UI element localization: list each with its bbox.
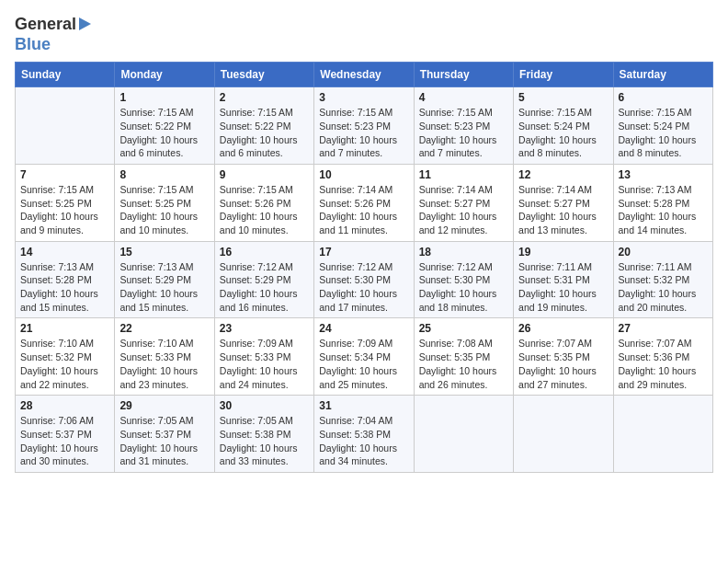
date-number: 26 [518, 322, 608, 335]
header-row: SundayMondayTuesdayWednesdayThursdayFrid… [16, 63, 713, 87]
cell-text: Sunrise: 7:12 AMSunset: 5:30 PMDaylight:… [419, 260, 508, 315]
date-number: 12 [518, 168, 608, 181]
date-number: 27 [619, 322, 708, 335]
calendar-body: 1Sunrise: 7:15 AMSunset: 5:22 PMDaylight… [16, 87, 713, 473]
cell-text: Sunrise: 7:15 AMSunset: 5:22 PMDaylight:… [220, 106, 309, 160]
calendar-cell: 28Sunrise: 7:06 AMSunset: 5:37 PMDayligh… [16, 396, 115, 473]
date-number: 16 [220, 246, 309, 259]
week-row-1: 1Sunrise: 7:15 AMSunset: 5:22 PMDaylight… [16, 87, 713, 165]
date-number: 17 [319, 246, 408, 259]
date-number: 14 [20, 246, 109, 259]
cell-text: Sunrise: 7:15 AMSunset: 5:23 PMDaylight:… [319, 106, 408, 160]
cell-text: Sunrise: 7:10 AMSunset: 5:33 PMDaylight:… [119, 337, 209, 391]
calendar-cell: 16Sunrise: 7:12 AMSunset: 5:29 PMDayligh… [214, 241, 313, 318]
header-cell-monday: Monday [115, 63, 214, 87]
calendar-header: SundayMondayTuesdayWednesdayThursdayFrid… [16, 63, 713, 87]
logo-blue-text: Blue [15, 35, 91, 55]
calendar-cell: 5Sunrise: 7:15 AMSunset: 5:24 PMDaylight… [514, 87, 613, 165]
calendar-table: SundayMondayTuesdayWednesdayThursdayFrid… [15, 62, 713, 473]
cell-text: Sunrise: 7:15 AMSunset: 5:24 PMDaylight:… [518, 106, 608, 160]
calendar-cell: 8Sunrise: 7:15 AMSunset: 5:25 PMDaylight… [115, 164, 214, 241]
cell-text: Sunrise: 7:14 AMSunset: 5:26 PMDaylight:… [319, 183, 408, 237]
cell-text: Sunrise: 7:09 AMSunset: 5:34 PMDaylight:… [319, 337, 408, 391]
cell-text: Sunrise: 7:13 AMSunset: 5:29 PMDaylight:… [119, 260, 209, 315]
cell-text: Sunrise: 7:15 AMSunset: 5:23 PMDaylight:… [419, 106, 508, 160]
date-number: 2 [220, 91, 309, 104]
logo-text: General [15, 15, 91, 35]
calendar-cell: 26Sunrise: 7:07 AMSunset: 5:35 PMDayligh… [514, 318, 613, 396]
cell-text: Sunrise: 7:11 AMSunset: 5:32 PMDaylight:… [619, 260, 708, 315]
date-number: 1 [119, 91, 209, 104]
date-number: 9 [220, 168, 309, 181]
calendar-cell [414, 396, 513, 473]
calendar-cell: 3Sunrise: 7:15 AMSunset: 5:23 PMDaylight… [314, 87, 414, 165]
cell-text: Sunrise: 7:15 AMSunset: 5:25 PMDaylight:… [119, 183, 209, 237]
date-number: 28 [20, 399, 109, 412]
cell-text: Sunrise: 7:15 AMSunset: 5:22 PMDaylight:… [119, 106, 209, 160]
calendar-cell: 25Sunrise: 7:08 AMSunset: 5:35 PMDayligh… [414, 318, 513, 396]
cell-text: Sunrise: 7:15 AMSunset: 5:24 PMDaylight:… [619, 106, 708, 160]
calendar-cell: 31Sunrise: 7:04 AMSunset: 5:38 PMDayligh… [314, 396, 414, 473]
date-number: 7 [20, 168, 109, 181]
week-row-2: 7Sunrise: 7:15 AMSunset: 5:25 PMDaylight… [16, 164, 713, 241]
calendar-cell: 10Sunrise: 7:14 AMSunset: 5:26 PMDayligh… [314, 164, 414, 241]
calendar-cell: 30Sunrise: 7:05 AMSunset: 5:38 PMDayligh… [214, 396, 313, 473]
calendar-cell: 20Sunrise: 7:11 AMSunset: 5:32 PMDayligh… [613, 241, 712, 318]
calendar-cell: 15Sunrise: 7:13 AMSunset: 5:29 PMDayligh… [115, 241, 214, 318]
cell-text: Sunrise: 7:07 AMSunset: 5:36 PMDaylight:… [619, 337, 708, 391]
date-number: 20 [619, 246, 708, 259]
cell-text: Sunrise: 7:15 AMSunset: 5:26 PMDaylight:… [220, 183, 309, 237]
date-number: 10 [319, 168, 408, 181]
calendar-cell: 24Sunrise: 7:09 AMSunset: 5:34 PMDayligh… [314, 318, 414, 396]
calendar-cell: 19Sunrise: 7:11 AMSunset: 5:31 PMDayligh… [514, 241, 613, 318]
calendar-cell: 9Sunrise: 7:15 AMSunset: 5:26 PMDaylight… [214, 164, 313, 241]
cell-text: Sunrise: 7:15 AMSunset: 5:25 PMDaylight:… [20, 183, 109, 237]
week-row-3: 14Sunrise: 7:13 AMSunset: 5:28 PMDayligh… [16, 241, 713, 318]
date-number: 6 [619, 91, 708, 104]
calendar-cell: 22Sunrise: 7:10 AMSunset: 5:33 PMDayligh… [115, 318, 214, 396]
calendar-cell: 27Sunrise: 7:07 AMSunset: 5:36 PMDayligh… [613, 318, 712, 396]
calendar-cell [16, 87, 115, 165]
date-number: 25 [419, 322, 508, 335]
date-number: 29 [119, 399, 209, 412]
cell-text: Sunrise: 7:10 AMSunset: 5:32 PMDaylight:… [20, 337, 109, 391]
calendar-cell: 21Sunrise: 7:10 AMSunset: 5:32 PMDayligh… [16, 318, 115, 396]
week-row-5: 28Sunrise: 7:06 AMSunset: 5:37 PMDayligh… [16, 396, 713, 473]
cell-text: Sunrise: 7:12 AMSunset: 5:29 PMDaylight:… [220, 260, 309, 315]
calendar-cell: 29Sunrise: 7:05 AMSunset: 5:37 PMDayligh… [115, 396, 214, 473]
date-number: 13 [619, 168, 708, 181]
calendar-cell [613, 396, 712, 473]
calendar-cell: 1Sunrise: 7:15 AMSunset: 5:22 PMDaylight… [115, 87, 214, 165]
cell-text: Sunrise: 7:14 AMSunset: 5:27 PMDaylight:… [419, 183, 508, 237]
header-cell-tuesday: Tuesday [214, 63, 313, 87]
week-row-4: 21Sunrise: 7:10 AMSunset: 5:32 PMDayligh… [16, 318, 713, 396]
cell-text: Sunrise: 7:04 AMSunset: 5:38 PMDaylight:… [319, 414, 408, 468]
date-number: 19 [518, 246, 608, 259]
date-number: 23 [220, 322, 309, 335]
cell-text: Sunrise: 7:08 AMSunset: 5:35 PMDaylight:… [419, 337, 508, 391]
date-number: 5 [518, 91, 608, 104]
calendar-cell: 11Sunrise: 7:14 AMSunset: 5:27 PMDayligh… [414, 164, 513, 241]
calendar-cell: 13Sunrise: 7:13 AMSunset: 5:28 PMDayligh… [613, 164, 712, 241]
date-number: 4 [419, 91, 508, 104]
cell-text: Sunrise: 7:14 AMSunset: 5:27 PMDaylight:… [518, 183, 608, 237]
date-number: 22 [119, 322, 209, 335]
calendar-cell [514, 396, 613, 473]
cell-text: Sunrise: 7:13 AMSunset: 5:28 PMDaylight:… [20, 260, 109, 315]
logo: General Blue [15, 15, 91, 54]
header-cell-saturday: Saturday [613, 63, 712, 87]
header-cell-wednesday: Wednesday [314, 63, 414, 87]
date-number: 11 [419, 168, 508, 181]
calendar-cell: 2Sunrise: 7:15 AMSunset: 5:22 PMDaylight… [214, 87, 313, 165]
calendar-cell: 17Sunrise: 7:12 AMSunset: 5:30 PMDayligh… [314, 241, 414, 318]
calendar-cell: 12Sunrise: 7:14 AMSunset: 5:27 PMDayligh… [514, 164, 613, 241]
date-number: 18 [419, 246, 508, 259]
date-number: 8 [119, 168, 209, 181]
date-number: 3 [319, 91, 408, 104]
cell-text: Sunrise: 7:07 AMSunset: 5:35 PMDaylight:… [518, 337, 608, 391]
cell-text: Sunrise: 7:05 AMSunset: 5:37 PMDaylight:… [119, 414, 209, 468]
calendar-cell: 7Sunrise: 7:15 AMSunset: 5:25 PMDaylight… [16, 164, 115, 241]
cell-text: Sunrise: 7:13 AMSunset: 5:28 PMDaylight:… [619, 183, 708, 237]
date-number: 31 [319, 399, 408, 412]
calendar-cell: 14Sunrise: 7:13 AMSunset: 5:28 PMDayligh… [16, 241, 115, 318]
